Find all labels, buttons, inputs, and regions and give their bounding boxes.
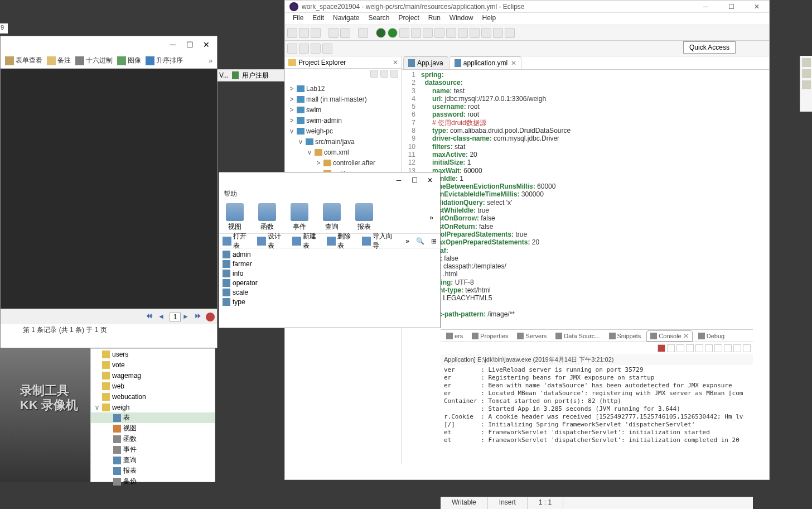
table-row[interactable]: farmer [220,259,439,268]
db-tool-button[interactable]: 视图 [226,203,244,232]
stop-icon[interactable] [458,28,468,38]
tab-application-yml[interactable]: application.yml ✕ [450,56,521,69]
close-button[interactable]: ✕ [749,3,765,11]
minimize-button[interactable]: ─ [698,3,713,11]
new-console-icon[interactable] [733,344,741,352]
new-class-icon[interactable] [446,28,456,38]
tree-item[interactable]: vweigh-pc [286,126,400,136]
dbtree-item[interactable]: 事件 [91,444,215,455]
db-tool-button[interactable]: 函数 [258,203,276,232]
dbtree-item[interactable]: users [91,349,215,359]
console-output[interactable]: ver : LiveReload server is running on po… [441,365,753,445]
console-tab[interactable]: Servers [514,332,550,340]
menu-search[interactable]: Search [364,13,394,25]
console-tab[interactable]: ers [443,332,466,340]
sync-icon[interactable] [340,28,350,38]
page-input[interactable] [170,313,181,321]
search-icon[interactable] [470,28,480,38]
minimize-button[interactable]: ─ [391,176,407,184]
minimize-button[interactable]: ─ [165,40,181,49]
new-pkg-icon[interactable] [434,28,444,38]
image-button[interactable]: 图像 [117,56,141,65]
dbtree-item[interactable]: 查询 [91,455,215,465]
next-icon[interactable]: ► [182,313,192,321]
sync2-icon[interactable] [493,28,503,38]
close-button[interactable]: ✕ [198,40,215,49]
pin-console-icon[interactable] [705,344,713,352]
console-tab[interactable]: Properties [468,332,511,340]
menu-edit[interactable]: Edit [308,13,328,25]
dbtree-item[interactable]: web [91,381,215,391]
db-sub-button[interactable]: 设计表 [257,232,287,251]
run-icon[interactable] [388,28,398,38]
db-sub-button[interactable]: 导入向导 [362,232,399,251]
db-sub-button[interactable]: 删除表 [327,232,357,251]
menu-file[interactable]: File [288,13,308,25]
new-icon[interactable] [287,28,297,38]
back-icon[interactable] [299,44,309,54]
register-label[interactable]: 用户注册 [242,71,269,80]
dbtree-item[interactable]: vote [91,359,215,370]
menu-run[interactable]: Run [424,13,445,25]
remove-all-icon[interactable] [676,344,684,352]
table-row[interactable]: operator [220,278,439,287]
stop-icon[interactable] [206,313,215,321]
db-tool-button[interactable]: 查询 [323,203,341,232]
note-button[interactable]: 备注 [47,56,71,65]
sort-asc-button[interactable]: 升序排序 [146,56,183,65]
dbtree-item[interactable]: 视图 [91,423,215,434]
db-tool-button[interactable]: 报表 [355,203,373,232]
console-tab[interactable]: Debug [695,332,728,340]
hex-button[interactable]: 十六进制 [75,56,113,65]
console-tab[interactable]: Snippets [606,332,645,340]
menu-navigate[interactable]: Navigate [328,13,364,25]
db-tool-button[interactable]: 事件 [291,203,308,232]
help-menu[interactable]: 帮助 [219,188,440,201]
fwd-icon[interactable] [311,44,321,54]
tab-app-java[interactable]: App.java [403,56,448,69]
form-view-button[interactable]: 表单查看 [5,56,42,65]
db-sub-button[interactable]: 打开表 [223,232,253,251]
console-tab[interactable]: Console ✕ [646,330,692,342]
tree-item[interactable]: vsrc/main/java [286,136,400,147]
close-icon[interactable]: ✕ [511,59,516,67]
tree-item[interactable]: >swim-admin [286,115,400,126]
first-icon[interactable]: ⯬ [146,313,156,321]
maximize-button[interactable]: ☐ [181,40,198,49]
maximize-button[interactable]: ☐ [407,176,422,184]
open-console-icon[interactable] [724,344,732,352]
scroll-lock-icon[interactable] [695,344,703,352]
prev-icon[interactable]: ◄ [158,313,168,321]
more-icon[interactable]: » [429,214,433,222]
db-sub-button[interactable]: 新建表 [292,232,322,251]
coverage-icon[interactable] [399,28,409,38]
min-icon[interactable] [743,344,751,352]
dbtree-item[interactable]: 报表 [91,465,215,476]
dbtree-item[interactable]: webucation [91,391,215,402]
dbtree-item[interactable]: 备份 [91,476,215,487]
table-row[interactable]: type [220,297,439,306]
tree-item[interactable]: >controller.after [286,157,400,168]
last-icon[interactable]: ⯮ [194,313,204,321]
build-icon[interactable] [328,28,339,38]
console-tab[interactable]: Data Sourc... [552,332,603,340]
quick-access[interactable]: Quick Access [683,41,736,54]
run-last-icon[interactable] [411,28,421,38]
menu-icon[interactable] [390,70,398,78]
misc-icon[interactable] [505,28,515,38]
open-type-icon[interactable] [481,28,491,38]
table-row[interactable]: admin [220,249,439,259]
link-icon[interactable] [370,70,378,78]
dbtree-item[interactable]: wagemag [91,370,215,381]
toolbar-icon[interactable]: ⊞ [431,237,437,245]
menu-window[interactable]: Window [445,13,478,25]
more-icon[interactable]: » [209,57,212,65]
tree-item[interactable]: vcom.xml [286,147,400,157]
remove-icon[interactable] [667,344,675,352]
display-icon[interactable] [714,344,722,352]
close-button[interactable]: ✕ [422,176,438,184]
menu-help[interactable]: Help [478,13,501,25]
dbtree-item[interactable]: vweigh [91,402,215,412]
table-row[interactable]: info [220,268,439,278]
pin-icon[interactable] [322,44,332,54]
